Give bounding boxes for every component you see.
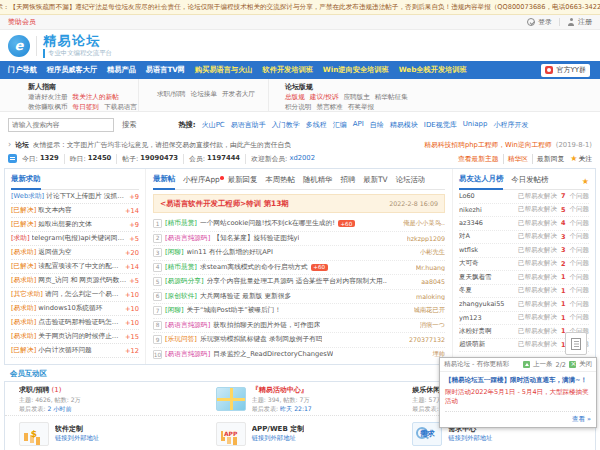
rank-username[interactable]: 夏天飘着雪 bbox=[459, 273, 516, 282]
guide-link[interactable]: 每日签到 bbox=[73, 103, 99, 113]
hot-search-link[interactable]: 多线程 bbox=[306, 120, 327, 130]
guide-link[interactable]: 论坛接单 bbox=[191, 90, 217, 100]
help-list-item[interactable]: [已解决] 取文本内容 +14 bbox=[11, 204, 139, 218]
pinned-announcement[interactable]: <易语言软件开发工程师>特训 第13期 2022-2-8 16:09 bbox=[153, 194, 445, 213]
stats-quick-link[interactable]: 精华区 bbox=[503, 154, 532, 164]
post-title[interactable]: 取文本内容 bbox=[38, 206, 123, 215]
post-list-item[interactable]: 1 [精币悬赏] 一个网站cookie问题!找不到ck在哪里生成的! +60 俺… bbox=[153, 217, 445, 232]
post-author[interactable]: 小彬先生 bbox=[420, 248, 445, 257]
nav-item[interactable]: 精易产品 bbox=[107, 65, 136, 75]
post-title[interactable]: 读配置项读不了中文的配置项名称.. bbox=[38, 262, 123, 271]
post-title[interactable]: 小白计次循环问题 bbox=[38, 346, 123, 355]
activity-title-link[interactable]: 【精易论坛五一踩楼】限时活动直通车，满满~！ bbox=[445, 376, 591, 386]
post-title[interactable]: 一个网站cookie问题!找不到ck在哪里生成的! bbox=[200, 219, 335, 228]
rank-username[interactable]: zhangyukai55 bbox=[459, 300, 516, 308]
rank-username[interactable]: 冰粉好贵啊 bbox=[459, 327, 516, 336]
search-input[interactable] bbox=[8, 118, 114, 132]
posts-tab[interactable]: 本周热帖 bbox=[265, 175, 295, 189]
official-yy-badge[interactable]: 官方YY群 bbox=[541, 64, 590, 77]
nav-item[interactable]: 门户导航 bbox=[8, 65, 37, 75]
hot-search-link[interactable]: Uniapp bbox=[463, 120, 488, 130]
post-author[interactable]: Mr.huang bbox=[416, 264, 445, 271]
service-name[interactable]: 软件定制 bbox=[55, 424, 99, 434]
post-title[interactable]: 网页_访问 和 网页源代码数据不.. bbox=[38, 276, 127, 285]
posts-tab[interactable]: 最新TV bbox=[363, 175, 387, 189]
help-list-item[interactable]: [已解决] 小白计次循环问题 +12 bbox=[11, 344, 139, 358]
hot-search-link[interactable]: IDE视觉库 bbox=[424, 120, 457, 130]
site-logo-icon[interactable]: e bbox=[8, 35, 30, 57]
post-title[interactable]: telegram(电报)api关键词回复.. bbox=[32, 234, 128, 243]
new-member-link[interactable]: xd2002 bbox=[289, 154, 315, 164]
help-list-item[interactable]: [Web求助] 讨论下TX上传图片 没抓到图片上.. +9 bbox=[11, 190, 139, 204]
rank-username[interactable]: 大可奇 bbox=[459, 259, 516, 268]
last-post-time[interactable]: 2 小时前 bbox=[47, 405, 71, 412]
site-name[interactable]: 精易论坛 bbox=[43, 34, 112, 48]
post-title[interactable]: 点击验证码那种验证码怎么获取时.. bbox=[38, 318, 123, 327]
post-author[interactable]: maloking bbox=[416, 293, 445, 300]
help-list-item[interactable]: [易求助] 点击验证码那种验证码怎么获取时.. +10 bbox=[11, 316, 139, 330]
posts-tab[interactable]: 随机精华 bbox=[303, 175, 333, 189]
guide-link[interactable]: 求职/招聘 bbox=[157, 90, 186, 100]
rank-username[interactable]: az3346 bbox=[459, 219, 516, 227]
hot-search-link[interactable]: 自绘 bbox=[370, 120, 384, 130]
hot-search-link[interactable]: 汇编 bbox=[333, 120, 347, 130]
post-author[interactable]: aa8045 bbox=[421, 278, 445, 285]
post-title[interactable]: 【知名某度】旋转验证图纯yi bbox=[213, 234, 299, 243]
external-link[interactable]: 链接到外部地址 bbox=[252, 434, 305, 443]
post-title[interactable]: 请问，怎么判定一个易语言软件是.. bbox=[45, 290, 123, 299]
previous-notice-icon[interactable] bbox=[523, 361, 530, 368]
service-cell[interactable]: $ 软件定制 链接到外部地址 bbox=[5, 416, 202, 450]
login-link[interactable]: 登录 bbox=[538, 17, 552, 27]
forum-name[interactable]: 『精易活动中心』 bbox=[252, 385, 312, 395]
post-author[interactable]: 消痕一つ bbox=[420, 321, 445, 330]
help-list-item[interactable]: [易求助] 网页_访问 和 网页源代码数据不.. +5 bbox=[11, 274, 139, 288]
external-link[interactable]: 链接到外部地址 bbox=[55, 434, 99, 443]
hot-search-link[interactable]: 入门教学 bbox=[272, 120, 300, 130]
post-title[interactable]: 大兵网络验证 最新版 更新很多 bbox=[200, 292, 291, 301]
hot-search-link[interactable]: 小程序开发 bbox=[493, 120, 528, 130]
post-author[interactable]: 270377132 bbox=[409, 336, 445, 343]
help-list-item[interactable]: [已解决] 读配置项读不了中文的配置项名称.. +14 bbox=[11, 260, 139, 274]
register-link[interactable]: 注册 bbox=[578, 17, 592, 27]
nav-item[interactable]: Web全栈开发培训班 bbox=[399, 65, 467, 75]
post-list-item[interactable]: 3 [闲聊] win11 有什么新增的好玩API 小彬先生 bbox=[153, 246, 445, 261]
post-list-item[interactable]: 5 [易源码分享] 分享个内容批量处理工具源码 适合某些平台对内容限制大用.. … bbox=[153, 275, 445, 290]
guide-link[interactable]: 邀请好友注册 bbox=[28, 93, 68, 103]
nav-item[interactable]: 软件开发培训班 bbox=[263, 65, 313, 75]
hot-search-link[interactable]: 易语言助手 bbox=[231, 120, 266, 130]
help-list-item[interactable]: [其它求助] 请问，怎么判定一个易语言软件是.. +10 bbox=[11, 288, 139, 302]
rule-link[interactable]: 精华帖征集 bbox=[375, 93, 408, 103]
external-link[interactable]: 链接到外部地址 bbox=[448, 434, 492, 443]
post-list-item[interactable]: 8 [易语言纯源码] 获取拍拍聊天的图片外链，可作图床 消痕一つ bbox=[153, 319, 445, 334]
rule-link[interactable]: 应聘版主 bbox=[343, 93, 369, 103]
post-title[interactable]: 获取拍拍聊天的图片外链，可作图床 bbox=[213, 321, 320, 330]
forum-cell[interactable]: 『精易活动中心』 主题: 394, 帖数: 7万 最后发表: 昨天 22:17 bbox=[202, 382, 399, 415]
rule-link[interactable]: 总版规 bbox=[285, 93, 305, 103]
rank-username[interactable]: 超级萌新 bbox=[459, 340, 516, 349]
post-author[interactable]: 俺是小小菜鸟.. bbox=[403, 219, 445, 228]
post-author[interactable]: 城南花已开 bbox=[414, 306, 445, 315]
help-list-item[interactable]: [易求助] 关于网页访问的时候停止的问题.. +15 bbox=[11, 330, 139, 344]
post-title[interactable]: 乐玩驱动模拟鼠标键盘 录制回放例子有吗 bbox=[200, 335, 323, 344]
forum-cell[interactable]: 求职/招聘(1) 主题: 4626, 帖数: 2万 最后发表: 2 小时前 bbox=[5, 382, 202, 415]
post-title[interactable]: windows10系统循环 bbox=[38, 304, 123, 313]
guide-link[interactable]: 开发者大厅 bbox=[222, 90, 255, 100]
rule-link[interactable]: 积分说明 bbox=[285, 103, 311, 113]
nav-item[interactable]: 程序员威客大厅 bbox=[47, 65, 97, 75]
hot-search-link[interactable]: 火山PC bbox=[202, 120, 225, 130]
service-name[interactable]: APP/WEB 定制 bbox=[252, 424, 305, 434]
posts-tab[interactable]: 最新回复 bbox=[228, 175, 258, 189]
post-list-item[interactable]: 10 [易语言纯源码] 目录监控之_ReadDirectoryChangesW … bbox=[153, 348, 445, 363]
previous-notice-link[interactable]: 上一条 bbox=[533, 360, 553, 369]
post-title[interactable]: 讨论下TX上传图片 没抓到图片上.. bbox=[46, 192, 127, 201]
chevron-icon[interactable]: › bbox=[8, 140, 11, 149]
posts-tab[interactable]: 小程序App bbox=[183, 175, 220, 189]
forum-name[interactable]: 求职/招聘(1) bbox=[19, 385, 81, 395]
post-title[interactable]: 分享个内容批量处理工具源码 适合某些平台对内容限制大用.. bbox=[207, 277, 387, 286]
rule-link[interactable]: 禁言标准 bbox=[316, 103, 342, 113]
help-list-item[interactable]: [易求助] windows10系统循环 +10 bbox=[11, 302, 139, 316]
rule-link[interactable]: 建议/投诉 bbox=[310, 93, 339, 103]
nav-item[interactable]: 易语言TV网 bbox=[146, 65, 185, 75]
post-title[interactable]: 返回值为空 bbox=[38, 248, 123, 257]
rank-username[interactable]: Lo60 bbox=[459, 192, 516, 200]
